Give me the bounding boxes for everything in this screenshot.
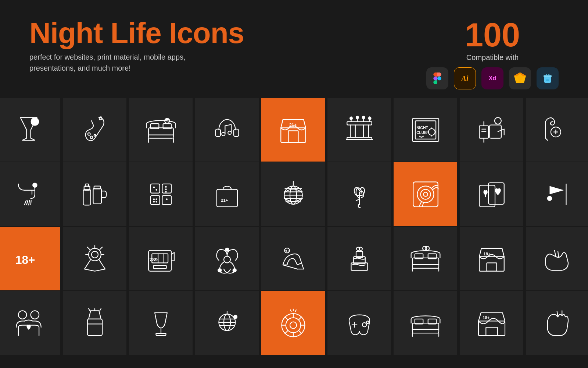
svg-point-96 — [417, 186, 434, 202]
svg-text:18+: 18+ — [15, 253, 35, 266]
icon-cell — [459, 162, 524, 226]
svg-rect-52 — [490, 125, 501, 138]
svg-rect-21 — [234, 129, 239, 136]
svg-rect-4 — [544, 75, 552, 77]
svg-line-174 — [298, 317, 301, 320]
svg-rect-157 — [156, 333, 166, 336]
svg-line-108 — [87, 247, 90, 250]
header-left: Night Life Icons perfect for websites, p… — [29, 18, 244, 74]
svg-rect-150 — [87, 319, 102, 335]
svg-point-148 — [18, 311, 26, 319]
svg-line-127 — [283, 265, 297, 269]
svg-point-10 — [87, 132, 90, 135]
svg-rect-13 — [148, 128, 173, 138]
icon-cell — [129, 162, 193, 226]
svg-point-122 — [225, 247, 229, 251]
svg-point-74 — [153, 186, 155, 188]
svg-line-118 — [171, 252, 174, 255]
craft-icon — [537, 67, 559, 89]
svg-line-109 — [100, 247, 102, 250]
page-title: Night Life Icons — [29, 18, 244, 48]
icon-cell — [129, 98, 193, 162]
svg-point-7 — [546, 79, 549, 81]
icon-cell-highlight: 18+ — [0, 226, 61, 291]
sketch-icon — [509, 67, 531, 89]
svg-point-78 — [165, 191, 167, 193]
icon-cell: 21+ — [261, 226, 325, 291]
svg-point-63 — [33, 183, 37, 187]
svg-point-149 — [31, 311, 39, 319]
icon-cell — [459, 98, 524, 162]
icon-cell: 18+ — [459, 291, 524, 355]
icon-cell-highlight — [393, 162, 458, 226]
svg-point-22 — [222, 132, 225, 135]
icon-cell — [195, 291, 259, 355]
svg-point-76 — [165, 186, 167, 188]
page-header: Night Life Icons perfect for websites, p… — [29, 18, 559, 74]
icon-cell — [327, 291, 391, 355]
icon-cell — [327, 226, 391, 291]
svg-rect-71 — [162, 184, 171, 193]
svg-line-94 — [356, 199, 359, 200]
icon-cell-highlight: 21+ — [261, 98, 325, 162]
icon-cell — [526, 98, 588, 162]
svg-line-152 — [89, 308, 90, 311]
svg-line-147 — [558, 251, 559, 257]
svg-rect-68 — [93, 188, 101, 204]
svg-text:NIGHT: NIGHT — [416, 125, 428, 130]
icon-cell — [0, 162, 61, 226]
svg-point-124 — [232, 268, 236, 272]
svg-rect-6 — [548, 74, 549, 76]
svg-point-75 — [155, 189, 157, 191]
svg-rect-20 — [215, 129, 220, 136]
svg-text:21+: 21+ — [221, 198, 228, 202]
icon-cell: 21+ — [195, 162, 259, 226]
icon-cell — [195, 226, 259, 291]
icon-cell — [0, 291, 61, 355]
icon-cell — [393, 291, 458, 355]
svg-text:21+: 21+ — [289, 123, 297, 128]
svg-point-98 — [423, 192, 427, 196]
svg-rect-72 — [150, 195, 159, 205]
svg-point-103 — [547, 196, 552, 201]
illustrator-icon: Ai — [454, 67, 476, 89]
svg-rect-144 — [487, 263, 496, 271]
svg-rect-117 — [153, 265, 166, 269]
icon-cell — [327, 162, 391, 226]
svg-rect-190 — [486, 327, 498, 336]
svg-point-81 — [153, 201, 155, 203]
svg-point-11 — [90, 136, 93, 138]
svg-point-82 — [155, 201, 157, 203]
svg-point-23 — [228, 131, 231, 134]
svg-point-77 — [165, 188, 167, 190]
svg-line-175 — [285, 330, 288, 333]
icon-cell — [62, 226, 127, 291]
svg-point-123 — [218, 268, 222, 272]
svg-line-154 — [100, 308, 101, 311]
svg-point-105 — [89, 248, 101, 261]
svg-line-125 — [301, 263, 304, 269]
icon-cell — [526, 226, 588, 291]
header-right: 100 Compatible with Ai Xd — [426, 18, 559, 89]
svg-rect-70 — [150, 184, 159, 193]
svg-rect-65 — [83, 189, 90, 205]
icon-cell: 789 — [129, 226, 193, 291]
svg-rect-100 — [488, 183, 504, 204]
svg-point-106 — [92, 251, 98, 258]
svg-point-181 — [362, 322, 366, 326]
svg-rect-5 — [546, 74, 546, 76]
svg-text:18+: 18+ — [483, 315, 490, 319]
svg-rect-25 — [288, 131, 298, 142]
icon-cell — [62, 98, 127, 162]
svg-point-79 — [153, 198, 155, 200]
adobexd-icon: Xd — [481, 67, 503, 89]
svg-point-12 — [94, 134, 96, 136]
svg-line-172 — [285, 317, 288, 320]
icon-cell — [526, 162, 588, 226]
svg-point-121 — [224, 256, 230, 263]
icon-count: 100 — [426, 18, 559, 52]
icon-cell — [0, 98, 61, 162]
svg-text:CLUB: CLUB — [416, 131, 427, 135]
icon-cell — [261, 162, 325, 226]
icon-cell — [195, 98, 259, 162]
